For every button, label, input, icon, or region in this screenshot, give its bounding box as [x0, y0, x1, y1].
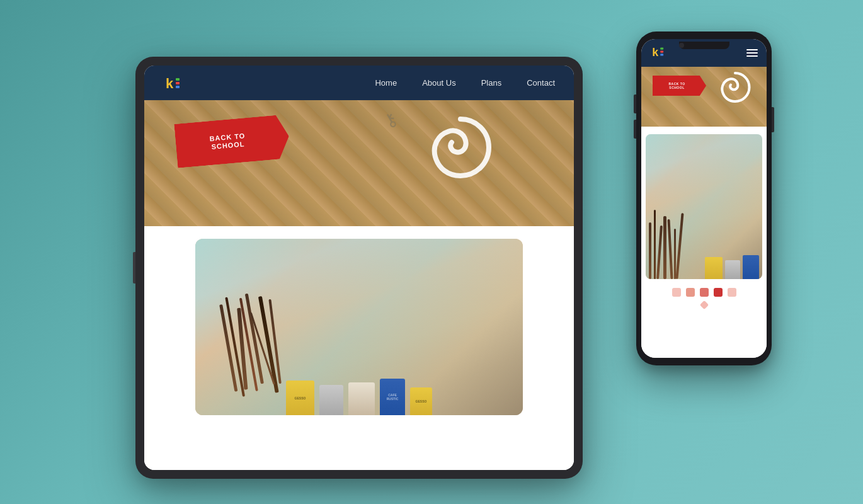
- swirl-svg: [423, 113, 498, 188]
- hamburger-line-2: [746, 52, 758, 54]
- phone-paintbrushes-image: [646, 134, 762, 279]
- phone-cans: [705, 255, 759, 279]
- banner-text: BACK TOSCHOOL: [209, 131, 256, 152]
- phone-can-2: [725, 260, 740, 279]
- svg-rect-7: [660, 54, 663, 55]
- phone-image-bg: [646, 134, 762, 279]
- can-2: [319, 385, 343, 415]
- phone-power-button: [772, 107, 774, 132]
- paintbrushes-bg: GESSO CAFERUSTIC GESSO: [195, 239, 523, 415]
- pagination-dot-4-active[interactable]: [714, 288, 723, 297]
- tablet-navbar: k Home About Us Plans Contact: [144, 66, 574, 100]
- can-4: CAFERUSTIC: [380, 379, 405, 415]
- phone-brush-4: [663, 216, 666, 279]
- paintbrushes-image: GESSO CAFERUSTIC GESSO: [195, 239, 523, 415]
- tablet-screen: k Home About Us Plans Contact: [144, 66, 574, 470]
- nav-link-home[interactable]: Home: [375, 78, 397, 88]
- scene: k Home About Us Plans Contact: [85, 25, 778, 479]
- svg-rect-1: [176, 78, 180, 81]
- phone-brush-7: [675, 213, 683, 279]
- can-1-label: GESSO: [295, 396, 306, 400]
- phone-volume-up: [634, 94, 636, 113]
- phone-screen: k BACK TOSCHOOL: [641, 39, 767, 358]
- tablet-nav-logo: k: [163, 73, 183, 93]
- phone-body: [641, 127, 767, 358]
- nav-link-contact[interactable]: Contact: [527, 78, 555, 88]
- hamburger-line-1: [746, 49, 758, 50]
- nav-link-about[interactable]: About Us: [422, 78, 455, 88]
- can-5: GESSO: [410, 387, 432, 415]
- phone-pagination: [672, 288, 736, 297]
- phone-back-to-school-banner: BACK TOSCHOOL: [653, 76, 706, 96]
- phone-camera: [679, 43, 684, 48]
- phone-hero: BACK TOSCHOOL: [641, 67, 767, 127]
- svg-rect-6: [660, 50, 663, 52]
- phone-nav-logo: k: [650, 43, 666, 62]
- pagination-dot-5[interactable]: [728, 288, 736, 297]
- phone-brushes-group: [646, 185, 762, 280]
- can-5-label: GESSO: [416, 399, 427, 403]
- svg-rect-3: [176, 86, 180, 88]
- phone-brush-3: [656, 226, 663, 279]
- phone-notch: [679, 42, 729, 49]
- phone-brush-5: [668, 219, 673, 279]
- pagination-dot-2[interactable]: [686, 288, 695, 297]
- pagination-dot-3[interactable]: [700, 288, 709, 297]
- nav-link-plans[interactable]: Plans: [481, 78, 502, 88]
- svg-rect-2: [176, 82, 180, 84]
- tablet-body: GESSO CAFERUSTIC GESSO: [144, 226, 574, 470]
- phone-can-3: [743, 255, 759, 279]
- logo-icon: k: [163, 73, 183, 93]
- phone-banner-text: BACK TOSCHOOL: [668, 82, 690, 89]
- phone-volume-down: [634, 120, 636, 139]
- bottom-diamond: [699, 301, 708, 309]
- can-1: GESSO: [286, 381, 314, 415]
- phone-logo-icon: k: [650, 43, 666, 60]
- phone-bottom-decoration: [701, 302, 707, 308]
- phone-can-1: [705, 257, 723, 279]
- tablet-nav-links: Home About Us Plans Contact: [375, 78, 555, 88]
- tablet-side-button: [133, 252, 135, 284]
- swirl-decoration: [423, 113, 498, 191]
- can-3: [348, 382, 375, 415]
- phone-brush-1: [649, 222, 651, 279]
- phone-brush-2: [654, 210, 656, 279]
- hamburger-menu-button[interactable]: [746, 49, 758, 57]
- tablet-device: k Home About Us Plans Contact: [135, 57, 583, 479]
- phone-device: k BACK TOSCHOOL: [636, 32, 772, 365]
- svg-text:k: k: [652, 46, 658, 59]
- phone-swirl-svg: [716, 70, 754, 108]
- cans-area: GESSO CAFERUSTIC GESSO: [195, 309, 523, 415]
- phone-swirl: [716, 70, 754, 110]
- svg-rect-5: [660, 48, 663, 50]
- can-4-label: CAFERUSTIC: [387, 393, 399, 401]
- tablet-hero: BACK TOSCHOOL ⚷: [144, 100, 574, 226]
- hamburger-line-3: [746, 55, 758, 57]
- svg-text:k: k: [166, 76, 174, 91]
- pagination-dot-1[interactable]: [672, 288, 681, 297]
